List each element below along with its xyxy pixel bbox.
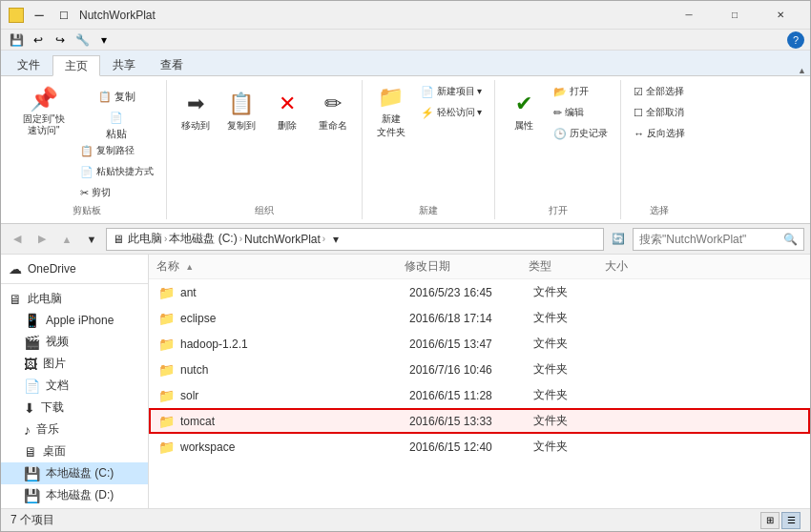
sidebar-item-this-pc[interactable]: 🖥 此电脑 — [1, 288, 148, 310]
search-input[interactable] — [639, 233, 780, 246]
sidebar-item-local-c[interactable]: 💾 本地磁盘 (C:) — [1, 462, 148, 484]
help-button[interactable]: ? — [787, 31, 804, 49]
file-name: nutch — [180, 363, 409, 377]
history-button[interactable]: 🕒 历史记录 — [549, 124, 613, 143]
undo-button[interactable]: ↩ — [29, 31, 48, 49]
maximize-button[interactable]: □ — [713, 2, 757, 29]
file-type: 文件夹 — [533, 387, 610, 403]
open-small-group: 📂 打开 ✏ 编辑 🕒 历史记录 — [549, 82, 613, 143]
sidebar-item-desktop[interactable]: 🖥 桌面 — [1, 440, 148, 462]
sidebar-item-documents[interactable]: 📄 文档 — [1, 375, 148, 397]
folder-icon: 📁 — [158, 440, 175, 455]
copy-button[interactable]: 📋 复制 — [75, 82, 158, 111]
easy-access-button[interactable]: ⚡ 轻松访问 ▾ — [416, 103, 488, 122]
organize-items: ➡ 移动到 📋 复制到 ✕ 删除 ✏ 重命名 — [175, 82, 354, 202]
redo-button[interactable]: ↪ — [51, 31, 70, 49]
file-list-header: 名称 ▲ 修改日期 类型 大小 — [149, 255, 810, 279]
sidebar-item-onedrive[interactable]: ☁ OneDrive — [1, 258, 148, 279]
crumb-nutchworkplat[interactable]: NutchWorkPlat — [244, 233, 321, 246]
sidebar-item-music[interactable]: ♪ 音乐 — [1, 419, 148, 440]
col-header-size[interactable]: 大小 — [605, 258, 802, 275]
properties-checkmark-icon: ✔ — [515, 92, 532, 116]
table-row[interactable]: 📁 hadoop-1.2.1 2016/6/15 13:47 文件夹 — [149, 331, 810, 357]
view-grid-button[interactable]: ⊞ — [760, 512, 780, 529]
sidebar-item-local-d[interactable]: 💾 本地磁盘 (D:) — [1, 484, 148, 506]
copy-paste-group: 📋 复制 📄 粘贴 📋 复制路径 📄 粘贴快捷方式 — [75, 82, 158, 202]
organize-label: 组织 — [255, 204, 274, 217]
view-list-button[interactable]: ☰ — [781, 512, 801, 529]
table-row[interactable]: 📁 workspace 2016/6/15 12:40 文件夹 — [149, 434, 810, 460]
rename-button[interactable]: ✏ 重命名 — [312, 82, 354, 141]
col-header-date[interactable]: 修改日期 — [405, 258, 529, 275]
select-items: ☑ 全部选择 ☐ 全部取消 ↔ 反向选择 — [629, 82, 690, 202]
file-name: ant — [180, 286, 409, 299]
tab-file[interactable]: 文件 — [5, 54, 52, 75]
select-all-button[interactable]: ☑ 全部选择 — [629, 82, 690, 101]
sidebar-item-pictures[interactable]: 🖼 图片 — [1, 353, 148, 375]
paste-button[interactable]: 📄 粘贴 — [75, 113, 158, 139]
tab-home[interactable]: 主页 — [52, 55, 100, 76]
nav-back-button[interactable]: ◀ — [7, 229, 28, 250]
table-row[interactable]: 📁 tomcat 2016/6/15 13:33 文件夹 — [149, 408, 810, 434]
content-area: 名称 ▲ 修改日期 类型 大小 📁 ant 2016/5/23 16:45 文件… — [149, 255, 810, 508]
nav-recent-button[interactable]: ▼ — [81, 229, 102, 250]
clipboard-label: 剪贴板 — [73, 204, 101, 217]
locald-icon: 💾 — [24, 488, 40, 503]
tab-share[interactable]: 共享 — [100, 54, 148, 75]
title-bar: ─ □ NutchWorkPlat ─ □ ✕ — [1, 1, 810, 30]
sidebar-item-downloads[interactable]: ⬇ 下载 — [1, 397, 148, 419]
table-row[interactable]: 📁 ant 2016/5/23 16:45 文件夹 — [149, 279, 810, 305]
nav-forward-button[interactable]: ▶ — [31, 229, 52, 250]
crumb-thispc[interactable]: 此电脑 — [128, 231, 162, 247]
cut-button[interactable]: ✂ 剪切 — [75, 183, 158, 202]
table-row[interactable]: 📁 nutch 2016/7/16 10:46 文件夹 — [149, 357, 810, 382]
file-type: 文件夹 — [533, 336, 610, 352]
address-dropdown-button[interactable]: ▾ — [333, 233, 339, 246]
pin-to-quick-access-button[interactable]: 📌 固定到"快速访问" — [16, 82, 72, 141]
deselect-all-button[interactable]: ☐ 全部取消 — [629, 103, 690, 122]
save-button[interactable]: 💾 — [7, 31, 26, 49]
edit-button[interactable]: ✏ 编辑 — [549, 103, 613, 122]
file-type: 文件夹 — [533, 361, 610, 378]
move-to-button[interactable]: ➡ 移动到 — [175, 82, 217, 141]
copy-icon: 📋 — [98, 91, 112, 103]
new-item-button[interactable]: 📄 新建项目 ▾ — [416, 82, 488, 101]
open-button[interactable]: 📂 打开 — [549, 82, 613, 101]
ribbon-expand-btn[interactable]: ▲ — [798, 66, 806, 75]
refresh-button[interactable]: 🔄 — [608, 229, 629, 250]
file-type: 文件夹 — [533, 310, 610, 326]
invert-selection-button[interactable]: ↔ 反向选择 — [629, 124, 690, 143]
properties-button[interactable]: ✔ 属性 — [503, 82, 545, 141]
table-row[interactable]: 📁 eclipse 2016/6/18 17:14 文件夹 — [149, 305, 810, 331]
minimize-button[interactable]: ─ — [667, 2, 711, 29]
sort-arrow: ▲ — [185, 262, 194, 272]
breadcrumb: 此电脑 › 本地磁盘 (C:) › NutchWorkPlat › — [128, 231, 325, 247]
col-header-type[interactable]: 类型 — [529, 258, 605, 275]
sidebar-item-apple-iphone[interactable]: 📱 Apple iPhone — [1, 310, 148, 331]
file-list: 📁 ant 2016/5/23 16:45 文件夹 📁 eclipse 2016… — [149, 279, 810, 508]
file-date: 2016/5/23 16:45 — [409, 286, 533, 299]
open-label: 打开 — [549, 204, 568, 217]
new-folder-button[interactable]: 📁 新建文件夹 — [370, 82, 412, 141]
window-restore-btn[interactable]: □ — [54, 7, 73, 24]
copy-to-icon: 📋 — [228, 92, 254, 116]
folder-icon: 📁 — [158, 285, 175, 300]
table-row[interactable]: 📁 solr 2016/6/15 11:28 文件夹 — [149, 382, 810, 408]
address-box[interactable]: 🖥 此电脑 › 本地磁盘 (C:) › NutchWorkPlat › ▾ — [106, 228, 604, 251]
search-box[interactable]: 🔍 — [633, 228, 804, 251]
tab-view[interactable]: 查看 — [148, 54, 196, 75]
delete-button[interactable]: ✕ 删除 — [266, 82, 308, 141]
close-button[interactable]: ✕ — [759, 2, 802, 29]
window-minimize-btn[interactable]: ─ — [30, 7, 49, 24]
crumb-localc[interactable]: 本地磁盘 (C:) — [169, 231, 237, 247]
edit-icon: ✏ — [553, 107, 562, 119]
nav-up-button[interactable]: ▲ — [56, 229, 77, 250]
paste-shortcut-button[interactable]: 📄 粘贴快捷方式 — [75, 162, 158, 181]
folder-icon: 📁 — [158, 414, 175, 429]
properties-button[interactable]: 🔧 — [73, 31, 92, 49]
qat-dropdown-button[interactable]: ▾ — [94, 31, 114, 49]
sidebar-item-videos[interactable]: 🎬 视频 — [1, 331, 148, 353]
col-header-name[interactable]: 名称 ▲ — [156, 258, 405, 275]
copy-to-button[interactable]: 📋 复制到 — [220, 82, 262, 141]
copy-path-button[interactable]: 📋 复制路径 — [75, 141, 158, 160]
